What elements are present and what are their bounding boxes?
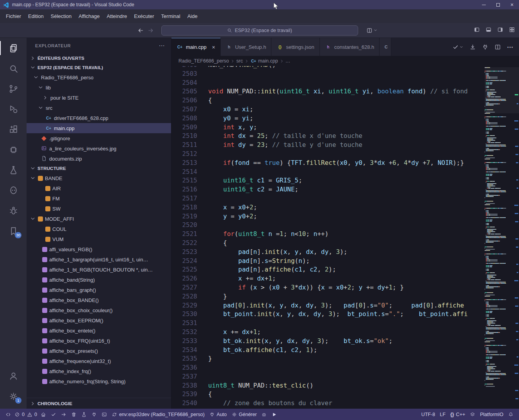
line-number[interactable]: 2537 bbox=[171, 372, 197, 381]
tree-item-gitignore[interactable]: .gitignore bbox=[27, 133, 171, 143]
line-number[interactable]: 2508 bbox=[171, 114, 197, 123]
section-workspace[interactable]: ESP32 (ESPACE DE TRAVAIL) bbox=[27, 63, 171, 72]
back-icon[interactable] bbox=[137, 27, 144, 34]
code-line[interactable]: 2530 bt_point.init(x, y, dx, dy, 3); bt_… bbox=[171, 310, 485, 319]
code-line[interactable]: 2539{ bbox=[171, 390, 485, 399]
status-pio-upload[interactable] bbox=[59, 410, 69, 419]
outline-item-bande[interactable]: BANDE bbox=[27, 173, 171, 183]
status-pio-serial-monitor[interactable] bbox=[89, 410, 99, 419]
menu-item-terminal[interactable]: Terminal bbox=[158, 12, 184, 20]
activity-account[interactable] bbox=[0, 366, 27, 386]
outline-item-affiche-numero-frq-string-string[interactable]: affiche_numero_frq(String, String) bbox=[27, 376, 171, 386]
toggle-panel[interactable] bbox=[485, 27, 492, 34]
outline-item-affiche-box-choix-couleur[interactable]: affiche_box_choix_couleur() bbox=[27, 305, 171, 315]
line-number[interactable]: 2523 bbox=[171, 248, 197, 257]
line-number[interactable]: 2535 bbox=[171, 354, 197, 363]
tree-item-src[interactable]: src bbox=[27, 103, 171, 113]
line-number[interactable]: 2510 bbox=[171, 132, 197, 141]
line-number[interactable]: 2517 bbox=[171, 194, 197, 203]
code-line[interactable]: 2516 uint16_t c2 = JAUNE; bbox=[171, 185, 485, 194]
line-number[interactable]: 2534 bbox=[171, 346, 197, 355]
line-number[interactable]: 2507 bbox=[171, 105, 197, 114]
line-number[interactable]: 2506 bbox=[171, 96, 197, 105]
maximize-button[interactable] bbox=[491, 0, 505, 9]
tree-item-lib[interactable]: lib bbox=[27, 82, 171, 93]
code-line[interactable]: 2512 bbox=[171, 150, 485, 159]
section-open-editors[interactable]: ÉDITEURS OUVERTS bbox=[27, 54, 171, 63]
breadcrumb-item-main-cpp[interactable]: main.cpp bbox=[258, 58, 278, 64]
tree-item-main-cpp[interactable]: C+main.cpp bbox=[27, 123, 171, 133]
tab-partial[interactable]: C bbox=[380, 38, 391, 56]
tree-item-pour-le-site[interactable]: pour le SITE bbox=[27, 93, 171, 103]
status-eol[interactable]: LF bbox=[437, 410, 448, 419]
menu-item-edition[interactable]: Edition bbox=[25, 12, 47, 20]
menu-item-aide[interactable]: Aide bbox=[184, 12, 201, 20]
status-pio-build[interactable] bbox=[48, 410, 59, 419]
code-line[interactable]: 2518 x = x0+2; bbox=[171, 203, 485, 212]
code-line[interactable]: 2540 // zone des boutons du claver bbox=[171, 399, 485, 408]
code-line[interactable]: 2528 } bbox=[171, 292, 485, 301]
code-line[interactable]: 2519 y = y0+2; bbox=[171, 212, 485, 221]
menu-item-selection[interactable]: Sélection bbox=[47, 12, 75, 20]
code-line[interactable]: 2504 bbox=[171, 79, 485, 88]
code-line[interactable]: 2527 if (x > (x0 + 3*dx)) {x = x0+2; y +… bbox=[171, 283, 485, 292]
code-line[interactable]: 2523 pad[n].init(x, y, dx, dy, 3); bbox=[171, 248, 485, 257]
outline-item-coul[interactable]: COUL bbox=[27, 224, 171, 234]
tab-settings-json[interactable]: {}settings.json bbox=[271, 38, 319, 56]
tree-item-drivertef6686-628-cpp[interactable]: C+driverTEF6686_628.cpp bbox=[27, 113, 171, 123]
code-line[interactable]: 2503 bbox=[171, 70, 485, 79]
code-line[interactable]: 2509 int x, y; bbox=[171, 123, 485, 132]
status-pio-new-terminal[interactable] bbox=[99, 410, 109, 419]
minimap[interactable] bbox=[485, 66, 514, 409]
upload-button[interactable] bbox=[469, 44, 476, 50]
close-button[interactable]: × bbox=[505, 0, 519, 9]
tree-item-radio-tef6686-perso[interactable]: Radio_TEF6686_perso bbox=[27, 72, 171, 82]
line-number[interactable]: 2529 bbox=[171, 301, 197, 310]
toggle-primary-sidebar[interactable] bbox=[474, 27, 480, 34]
code-line[interactable]: 2511 int dy = 23; // taille y d'une touc… bbox=[171, 141, 485, 150]
code-line[interactable]: 2490NUM_PAD::NUM_PAD() bbox=[171, 66, 485, 70]
code-line[interactable]: 2538uint8_t NUM_PAD::test_clic() bbox=[171, 381, 485, 390]
line-number[interactable]: 2490 bbox=[171, 66, 197, 70]
line-number[interactable]: 2503 bbox=[171, 70, 197, 79]
toggle-secondary-sidebar[interactable] bbox=[497, 27, 503, 34]
line-number[interactable]: 2513 bbox=[171, 159, 197, 168]
command-center[interactable]: ESP32 (Espace de travail) bbox=[161, 25, 358, 36]
status-encoding[interactable]: UTF-8 bbox=[419, 410, 437, 419]
tab-user-setup-h[interactable]: hUser_Setup.h bbox=[221, 38, 272, 56]
status-pio-test[interactable] bbox=[79, 410, 89, 419]
line-number[interactable]: 2540 bbox=[171, 399, 197, 408]
line-number[interactable]: 2512 bbox=[171, 150, 197, 159]
menu-item-atteindre[interactable]: Atteindre bbox=[103, 12, 130, 20]
code-line[interactable]: 2507 x0 = xi; bbox=[171, 105, 485, 114]
minimize-button[interactable] bbox=[477, 0, 491, 9]
outline-item-affiche-box-eeprom[interactable]: affiche_box_EEPROM() bbox=[27, 315, 171, 325]
code-line[interactable]: 2529 pad[0].init(x, y, dx, dy, 3); pad[0… bbox=[171, 301, 485, 310]
section-structure[interactable]: STRUCTURE bbox=[27, 164, 171, 173]
line-number[interactable]: 2519 bbox=[171, 212, 197, 221]
line-number[interactable]: 2533 bbox=[171, 337, 197, 346]
outline-item-affiche-bars-graph[interactable]: affiche_bars_graph() bbox=[27, 285, 171, 295]
code-line[interactable]: 2505void NUM_PAD::init(uint16_t xi, uint… bbox=[171, 87, 485, 96]
line-number[interactable]: 2509 bbox=[171, 123, 197, 132]
activity-run-debug[interactable] bbox=[0, 99, 27, 119]
outline-item-affiche-frequence-uint32-t[interactable]: affiche_frequence(uint32_t) bbox=[27, 356, 171, 366]
code-line[interactable]: 2533 bt_ok.init(x, y, dx, dy, 3); bt_ok.… bbox=[171, 337, 485, 346]
outline-item-affiche-band-string[interactable]: affiche_band(String) bbox=[27, 275, 171, 285]
code-line[interactable]: 2521 for(uint8_t n =1; n<10; n++) bbox=[171, 230, 485, 239]
code-line[interactable]: 2520 bbox=[171, 221, 485, 230]
line-number[interactable]: 2538 bbox=[171, 381, 197, 390]
line-number[interactable]: 2516 bbox=[171, 185, 197, 194]
line-number[interactable]: 2530 bbox=[171, 310, 197, 319]
serial-monitor-button[interactable] bbox=[482, 44, 489, 50]
code-line[interactable]: 2514 bbox=[171, 168, 485, 177]
status-run[interactable] bbox=[269, 410, 279, 419]
status-errors[interactable]: 0 bbox=[13, 410, 26, 419]
section-timeline[interactable]: CHRONOLOGIE bbox=[27, 398, 171, 409]
activity-explorer[interactable] bbox=[0, 38, 27, 58]
status-pio-clean[interactable] bbox=[69, 410, 79, 419]
line-number[interactable]: 2524 bbox=[171, 257, 197, 266]
line-number[interactable]: 2536 bbox=[171, 363, 197, 372]
close-icon[interactable]: × bbox=[212, 44, 215, 50]
activity-pio-board[interactable] bbox=[0, 139, 27, 160]
